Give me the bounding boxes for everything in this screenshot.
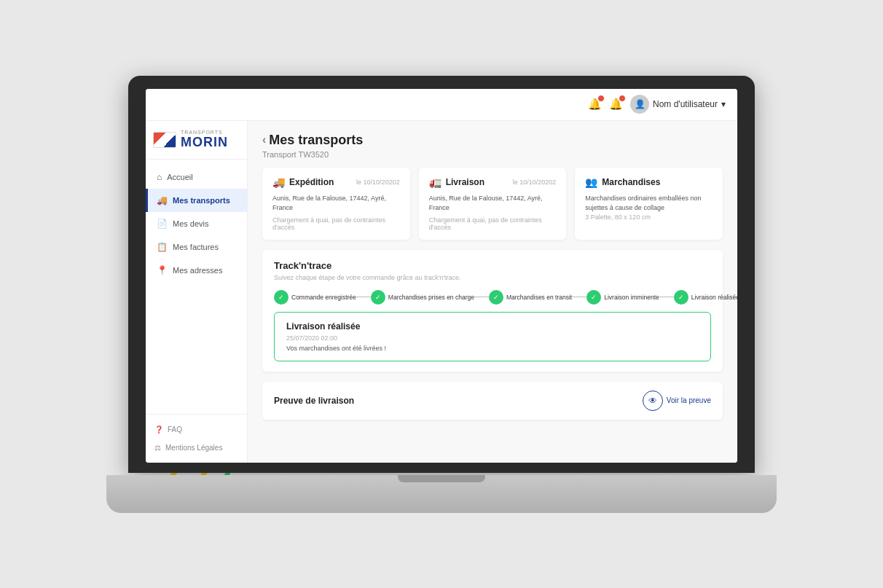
back-button[interactable]: ‹ [262,133,266,146]
delivery-date: 25/07/2020 02:00 [286,334,699,342]
sidebar-nav: ⌂ Accueil 🚚 Mes transports 📄 Mes devis [146,160,247,414]
sidebar-item-mes-transports[interactable]: 🚚 Mes transports [146,189,247,212]
expedition-title-row: 🚚 Expédition [272,176,334,188]
proof-section: Preuve de livraison 👁 Voir la preuve [262,382,723,420]
step-livraison-imminente: ✓ Livraison imminente [586,290,659,305]
sidebar-item-accueil[interactable]: ⌂ Accueil [146,165,247,189]
step-circle-3: ✓ [489,290,503,305]
logo-text: TRANSPORTS MORIN [181,130,228,150]
nav-label-mes-transports: Mes transports [173,196,230,205]
step-circle-5: ✓ [674,290,688,305]
page-header: ‹ Mes transports Transport TW3520 [262,133,723,159]
cards-row: 🚚 Expédition le 10/10/20202 Aunis, Rue d… [262,168,723,240]
step-marchandises-transit: ✓ Marchandises en transit [489,290,572,305]
mentions-icon: ⚖ [154,444,161,452]
proof-title: Preuve de livraison [274,396,354,406]
step-label-2: Marchandises prises en charge [388,294,474,301]
expedition-title: Expédition [289,177,334,187]
page-title: Mes transports [269,133,363,148]
livraison-title-row: 🚛 Livraison [429,176,484,188]
user-label: Nom d'utilisateur [653,99,718,109]
content-area: ‹ Mes transports Transport TW3520 [248,121,737,463]
track-subtitle: Suivez chaque étape de votre commande gr… [274,274,711,281]
step-line-3 [572,297,586,298]
footer-mentions-legales[interactable]: ⚖ Mentions Légales [146,439,247,457]
nav-label-mes-adresses: Mes adresses [173,266,222,275]
delivery-title: Livraison réalisée [286,321,699,332]
screen-bezel: 🔔 🔔 👤 Nom d'utilisateur ▾ [128,76,755,473]
proof-link[interactable]: 👁 Voir la preuve [643,391,711,411]
transport-icon: 🚚 [157,195,168,205]
step-line-1 [356,297,371,298]
expedition-icon: 🚚 [272,176,285,188]
livraison-title: Livraison [446,177,484,187]
topbar: 🔔 🔔 👤 Nom d'utilisateur ▾ [146,89,737,121]
nav-label-accueil: Accueil [167,173,192,181]
screen: 🔔 🔔 👤 Nom d'utilisateur ▾ [146,89,737,463]
proof-link-label: Voir la preuve [667,396,711,404]
step-label-4: Livraison imminente [604,294,659,301]
marchandises-card: 👥 Marchandises Marchandises ordinaires e… [575,168,723,240]
step-circle-1: ✓ [274,290,289,305]
step-commande-enregistree: ✓ Commande enregistrée [274,290,356,305]
marchandises-desc: Marchandises ordinaires emballées non su… [585,194,713,213]
expedition-card: 🚚 Expédition le 10/10/20202 Aunis, Rue d… [262,168,410,240]
sidebar-item-mes-factures[interactable]: 📋 Mes factures [146,235,247,259]
user-menu-button[interactable]: 👤 Nom d'utilisateur ▾ [630,95,726,114]
expedition-note: Chargement à quai, pas de contraintes d'… [272,216,400,231]
livraison-card: 🚛 Livraison le 10/10/20202 Aunis, Rue de… [419,168,567,240]
marchandises-card-header: 👥 Marchandises [585,176,713,188]
nav-label-mes-devis: Mes devis [173,219,209,228]
devis-icon: 📄 [157,219,168,229]
marchandises-dimensions: 3 Palette, 80 x 120 cm [585,213,713,221]
marchandises-title-row: 👥 Marchandises [585,176,660,188]
delivery-box: Livraison réalisée 25/07/2020 02:00 Vos … [274,312,711,361]
user-avatar: 👤 [630,95,649,114]
sidebar-item-mes-adresses[interactable]: 📍 Mes adresses [146,259,247,282]
livraison-icon: 🚛 [429,176,442,188]
step-label-5: Livraison réalisée [691,294,737,301]
sidebar-logo: TRANSPORTS MORIN [146,121,247,160]
notification-bell-2[interactable]: 🔔 [609,98,623,111]
laptop-base [106,475,777,513]
adresses-icon: 📍 [157,265,168,275]
faq-label: FAQ [168,426,182,434]
chevron-down-icon: ▾ [721,99,726,109]
marchandises-title: Marchandises [602,177,660,187]
laptop-frame: 🔔 🔔 👤 Nom d'utilisateur ▾ [128,76,755,513]
factures-icon: 📋 [157,242,168,252]
sidebar-item-mes-devis[interactable]: 📄 Mes devis [146,212,247,235]
step-circle-4: ✓ [586,290,601,305]
footer-faq[interactable]: ❓ FAQ [146,420,247,439]
notif-badge-2 [619,95,626,102]
livraison-card-header: 🚛 Livraison le 10/10/20202 [429,176,557,188]
breadcrumb: ‹ Mes transports [262,133,723,148]
logo-morin-label: MORIN [181,135,228,150]
livraison-address: Aunis, Rue de la Falouse, 17442, Ayré, F… [429,194,557,213]
expedition-address: Aunis, Rue de la Falouse, 17442, Ayré, F… [272,194,400,213]
mentions-label: Mentions Légales [165,444,222,452]
step-livraison-realisee: ✓ Livraison réalisée [674,290,737,305]
marchandises-icon: 👥 [585,176,597,188]
app-container: 🔔 🔔 👤 Nom d'utilisateur ▾ [146,89,737,463]
track-section: Track'n'trace Suivez chaque étape de vot… [262,250,723,372]
track-steps: ✓ Commande enregistrée ✓ Marchandises pr… [274,290,711,305]
nav-label-mes-factures: Mes factures [173,243,219,251]
logo-flag-icon [153,132,176,148]
sidebar: TRANSPORTS MORIN ⌂ Accueil 🚚 [146,121,248,463]
step-label-3: Marchandises en transit [506,294,572,301]
track-title: Track'n'trace [274,260,711,271]
step-line-4 [659,297,674,298]
faq-icon: ❓ [154,426,163,434]
notification-bell-1[interactable]: 🔔 [588,98,602,111]
expedition-card-header: 🚚 Expédition le 10/10/20202 [272,176,400,188]
notif-badge-1 [597,95,605,102]
step-marchandises-prises: ✓ Marchandises prises en charge [371,290,474,305]
step-label-1: Commande enregistrée [291,294,356,301]
step-line-2 [474,297,489,298]
proof-eye-icon: 👁 [643,391,663,411]
home-icon: ⌂ [157,172,162,182]
livraison-date: le 10/10/20202 [513,179,557,186]
sidebar-footer: ❓ FAQ ⚖ Mentions Légales [146,414,247,463]
main-layout: TRANSPORTS MORIN ⌂ Accueil 🚚 [146,121,737,463]
